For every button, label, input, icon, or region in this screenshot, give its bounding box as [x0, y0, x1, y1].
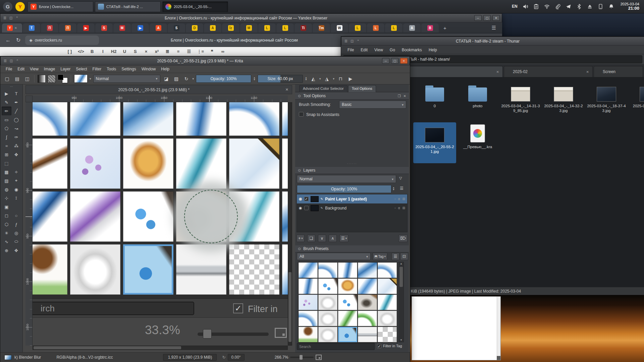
thunar-tab[interactable]: 2025-02✕ — [504, 66, 593, 77]
clipboard-icon[interactable] — [533, 4, 539, 9]
layer-alpha-icon[interactable]: α — [398, 206, 400, 210]
brush-editor-button[interactable] — [74, 74, 88, 83]
tool-assistants[interactable]: ⊹ — [2, 194, 11, 202]
brush-preset-knife[interactable] — [358, 327, 377, 342]
document-tab[interactable]: 2025-03-04_-_20-55-21.jpg (23.9 MiB) * ✕ — [25, 85, 292, 94]
launcher-1-icon[interactable]: G — [3, 2, 12, 11]
zoom-fit-icon[interactable] — [316, 355, 322, 360]
tool-polyline[interactable]: ↝ — [11, 124, 21, 133]
move-layer-up-button[interactable]: ∧ — [329, 235, 337, 242]
bluetooth-icon[interactable] — [576, 4, 582, 9]
close-button[interactable]: ✕ — [400, 58, 408, 64]
brush-preset-white[interactable] — [318, 295, 337, 310]
clock[interactable]: 2025-03-04 21:00 — [621, 2, 639, 11]
browser-tab[interactable]: ▶ — [77, 23, 95, 33]
tool-ellipse[interactable]: ◯ — [11, 115, 21, 124]
file-item[interactable]: 2025-03-04_-_14-32-23.jpg — [542, 81, 585, 122]
browser-tab[interactable]: W — [331, 23, 348, 33]
menu-item-edit[interactable]: Edit — [358, 47, 371, 53]
tool-dynamic-brush[interactable]: ≈ — [2, 141, 11, 150]
editor-toolbar-icon[interactable]: [ ] — [67, 49, 72, 54]
tool-rectangle[interactable]: ▭ — [2, 115, 11, 124]
save-document-icon[interactable]: ◫ — [23, 75, 31, 83]
tool-move[interactable]: ✥ — [11, 150, 21, 159]
tab-close-icon[interactable]: ✕ — [578, 70, 589, 74]
browser-tab[interactable]: İz — [222, 23, 239, 33]
editor-toolbar-icon[interactable]: ∞ — [220, 49, 225, 54]
tool-text[interactable]: T — [11, 89, 21, 98]
preset-filter-select[interactable]: All — [297, 253, 371, 260]
brush-preset-blue2[interactable] — [318, 262, 337, 278]
brush-preset-seldrop[interactable] — [338, 327, 357, 342]
tool-bezier-curve[interactable]: ∫ — [2, 133, 11, 141]
collapse-icon[interactable]: ⊙ — [298, 168, 301, 173]
docker-size-grip[interactable]: ······ — [295, 162, 409, 165]
tool-fill[interactable]: ◍ — [2, 185, 11, 194]
foreground-color[interactable] — [58, 74, 63, 80]
editor-toolbar-icon[interactable]: I — [100, 49, 106, 54]
layer-checkbox[interactable] — [304, 206, 309, 210]
file-item[interactable]: 2025-03-04_-_14-31-39_85.jpg — [499, 81, 542, 122]
editor-toolbar-icon[interactable]: H2 — [111, 49, 117, 54]
file-item[interactable]: __Превью__.kra — [456, 122, 499, 163]
menu-item-window[interactable]: Window — [139, 66, 159, 72]
keyboard-layout-indicator[interactable]: EN — [512, 4, 518, 9]
tool-calligraphy[interactable]: ✒ — [11, 98, 21, 107]
telegram-icon[interactable] — [566, 4, 571, 9]
browser-tab[interactable]: L — [367, 23, 384, 33]
editor-toolbar-icon[interactable]: </> — [78, 49, 84, 54]
tool-polygon-select[interactable]: ⬡ — [2, 220, 11, 229]
tool-outline-select[interactable]: ⬭ — [11, 237, 21, 246]
tag-button[interactable]: ⬒ Tag ▾ — [373, 253, 387, 260]
layer-row[interactable]: ◉✎Background▫α⊞ — [297, 203, 407, 213]
paperclip-icon[interactable] — [555, 4, 560, 9]
tool-rect-select[interactable]: ◻ — [2, 211, 11, 220]
close-button[interactable]: ✕ — [492, 15, 500, 21]
menu-item-file[interactable]: File — [344, 47, 357, 53]
brush-preset-blue4[interactable] — [358, 262, 377, 278]
brush-preset-white[interactable] — [378, 311, 397, 326]
browser-titlebar[interactable]: ☰ ◫ ⌃ Блоги | Overclockers.ru - крупнейш… — [0, 13, 502, 22]
tool-freehand-select[interactable]: ƒ — [11, 220, 21, 229]
wifi-icon[interactable] — [544, 4, 550, 9]
canvas-angle[interactable]: 0.00° — [228, 354, 245, 361]
canvas-vertical-scrollbar[interactable] — [288, 102, 292, 346]
opacity-spinner[interactable]: ▲▼ — [253, 77, 256, 81]
opacity-slider[interactable]: Opacity: 100% — [196, 75, 251, 83]
brush-preset-pencil[interactable] — [378, 279, 397, 294]
brush-preset-brown[interactable] — [299, 327, 318, 342]
preset-detail-icon[interactable]: ⊡ — [400, 253, 408, 260]
eject-icon[interactable] — [587, 4, 593, 9]
window-menu-icon[interactable]: ☰ — [3, 16, 6, 20]
tool-spacer2[interactable] — [11, 202, 21, 211]
maximize-button[interactable]: ▢ — [483, 15, 491, 21]
tool-gradient[interactable]: ▩ — [2, 168, 11, 176]
editor-toolbar-icon[interactable]: ≣ — [165, 49, 170, 54]
toolbox-drag-handle[interactable]: ⋯ — [0, 84, 22, 89]
taskbar-window-button[interactable]: YБлоги | Overclocke... — [28, 1, 93, 12]
layer-lock-icon[interactable]: ▫ — [394, 197, 396, 201]
editor-toolbar-icon[interactable]: × — [143, 49, 149, 54]
volume-icon[interactable] — [523, 4, 528, 9]
brush-presets-header[interactable]: ⊙ Brush Presets — [295, 245, 409, 252]
brush-preset-teal[interactable] — [378, 295, 397, 310]
brush-preset-drops[interactable] — [338, 295, 357, 310]
editor-toolbar-icon[interactable]: ⋮≡ — [197, 49, 204, 54]
thunar-tab[interactable]: Screen — [594, 66, 643, 77]
brush-preset-sponge[interactable] — [338, 279, 357, 294]
window-shade-icon[interactable]: ◫ — [9, 16, 12, 20]
resize-grip[interactable] — [497, 356, 500, 360]
layer-options-icon[interactable]: ☰ — [400, 186, 404, 191]
tool-smart-patch[interactable]: ⌖ — [11, 176, 21, 185]
tool-spacer[interactable] — [11, 159, 21, 168]
move-layer-down-button[interactable]: ∨ — [318, 235, 326, 242]
add-layer-button[interactable]: +▾ — [297, 235, 305, 242]
preset-search-input[interactable] — [297, 343, 375, 350]
tool-pattern-edit[interactable]: ▨ — [2, 176, 11, 185]
editor-toolbar-icon[interactable]: ❝ — [209, 49, 215, 54]
tab-close-icon[interactable]: ✕ — [488, 70, 499, 74]
editor-toolbar-icon[interactable]: B — [90, 49, 95, 54]
layer-filter-icon[interactable]: ▽ — [399, 176, 402, 180]
eraser-mode-icon[interactable]: ◪ — [162, 75, 170, 83]
window-shade-icon[interactable]: ◫ — [351, 39, 354, 43]
